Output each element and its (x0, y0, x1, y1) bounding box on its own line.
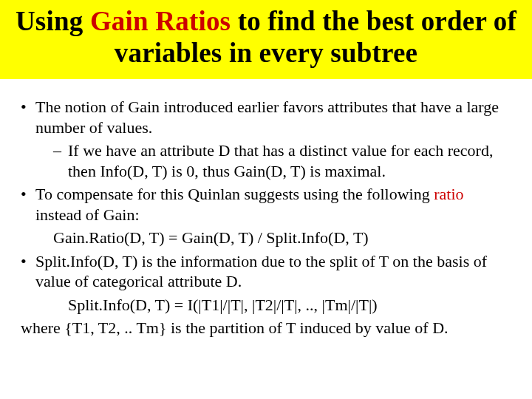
bullet-3-text: Split.Info(D, T) is the information due … (35, 252, 487, 291)
bullet-1-text: The notion of Gain introduced earlier fa… (35, 98, 499, 137)
bullet-2-red: ratio (434, 185, 463, 203)
bullet-2: To compensate for this Quinlan suggests … (21, 184, 511, 225)
bullet-1-sub: If we have an attribute D that has a dis… (21, 140, 511, 181)
title-pre: Using (16, 6, 90, 36)
bullet-3: Split.Info(D, T) is the information due … (21, 251, 511, 292)
bullet-2-equation: Gain.Ratio(D, T) = Gain(D, T) / Split.In… (21, 228, 511, 248)
bullet-1: The notion of Gain introduced earlier fa… (21, 97, 511, 137)
where-line: where {T1, T2, .. Tm} is the partition o… (21, 318, 511, 338)
title-highlight: Gain Ratios (90, 6, 231, 36)
slide: Using Gain Ratios to find the best order… (0, 0, 532, 399)
bullet-2-pre: To compensate for this Quinlan suggests … (35, 185, 434, 203)
bullet-1-sub-text: If we have an attribute D that has a dis… (68, 141, 493, 180)
bullet-3-equation: Split.Info(D, T) = I(|T1|/|T|, |T2|/|T|,… (21, 295, 511, 316)
slide-body: The notion of Gain introduced earlier fa… (0, 79, 532, 338)
title-band: Using Gain Ratios to find the best order… (0, 0, 532, 79)
bullet-2-post: instead of Gain: (35, 205, 140, 224)
slide-title: Using Gain Ratios to find the best order… (15, 6, 517, 69)
